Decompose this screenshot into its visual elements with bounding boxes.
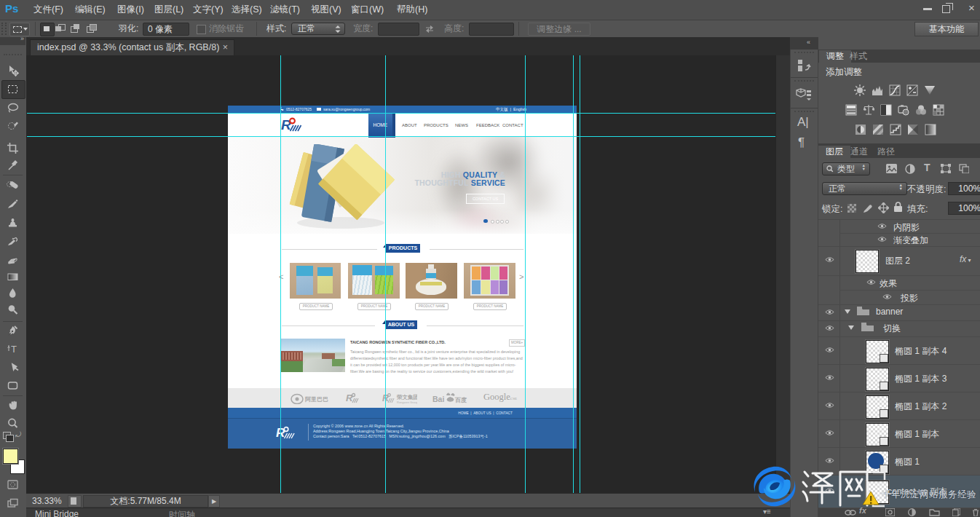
svg-text:荣文集团: 荣文集团 xyxy=(396,394,417,400)
svg-text:T: T xyxy=(11,344,17,355)
svg-text:百度: 百度 xyxy=(454,395,467,403)
svg-text:Rongwen Group: Rongwen Group xyxy=(397,400,417,404)
svg-text:阿里巴巴: 阿里巴巴 xyxy=(305,396,328,403)
svg-text:Bai: Bai xyxy=(432,394,444,403)
